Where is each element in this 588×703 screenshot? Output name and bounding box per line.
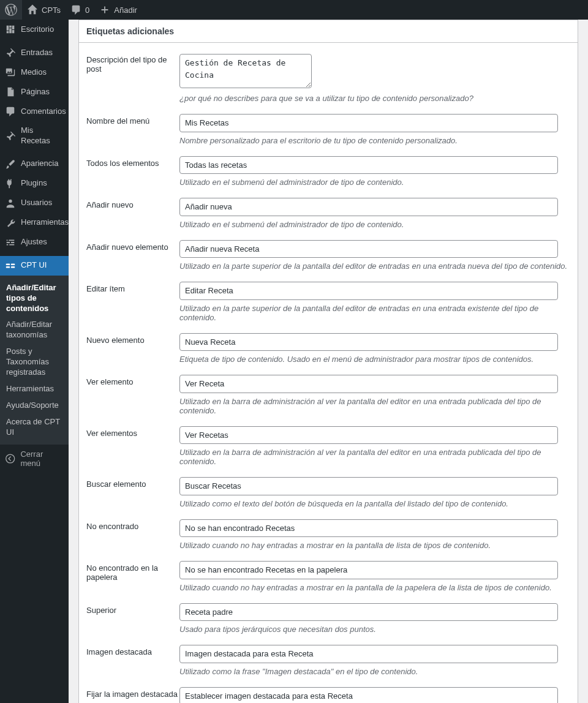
field-row-view_items: Ver elementosUtilizado en la barra de ad… [79,415,578,467]
sidebar-item-recetas[interactable]: Mis Recetas [0,121,69,151]
sidebar-item-dashboard[interactable]: Escritorio [0,20,69,39]
field-control: Etiqueta de tipo de contenido. Usado en … [179,333,570,364]
plus-icon [99,4,110,15]
field-label: Superior [86,603,179,615]
field-row-description: Descripción del tipo de post¿por qué no … [79,43,578,103]
sidebar-item-label: Herramientas [21,217,69,228]
site-name-link[interactable]: CPTs [22,0,66,20]
comment-icon [5,106,16,117]
field-description: Utilizado en la barra de administración … [179,397,570,415]
dashboard-icon [5,24,16,35]
sidebar-item-plugins[interactable]: Plugins [0,174,69,194]
field-row-set_featured_image: Fijar la imagen destacadaUtilizado como … [79,676,578,704]
collapse-menu-button[interactable]: Cerrar menú [0,445,69,473]
admin-sidebar: EscritorioEntradasMediosPáginasComentari… [0,20,69,703]
field-description: Utilizado en la parte superior de la pan… [179,304,570,322]
input-description[interactable] [179,54,312,88]
sidebar-subitem[interactable]: Ayuda/Soporte [0,397,69,414]
field-control: Nombre personalizado para el escritorio … [179,114,570,145]
field-row-view_item: Ver elementoUtilizado en la barra de adm… [79,364,578,415]
comments-link[interactable]: 0 [66,0,94,20]
input-not_found[interactable] [179,519,558,538]
input-set_featured_image[interactable] [179,687,558,704]
sidebar-item-pages[interactable]: Páginas [0,82,69,102]
field-control: Utilizado en el submenú del administrado… [179,198,570,229]
field-label: Ver elementos [86,426,179,438]
input-featured_image[interactable] [179,645,558,663]
sidebar-item-users[interactable]: Usuarios [0,194,69,213]
field-row-edit_item: Editar ítemUtilizado en la parte superio… [79,271,578,322]
page-icon [5,86,16,97]
sidebar-item-cptui[interactable]: CPT UI [0,256,69,276]
field-label: Nombre del menú [86,114,179,126]
sidebar-item-media[interactable]: Medios [0,62,69,82]
site-name: CPTs [42,6,61,15]
sidebar-item-tools[interactable]: Herramientas [0,213,69,233]
field-control: Utilizado como el texto del botón de bús… [179,477,570,508]
sidebar-subitem[interactable]: Acerca de CPT UI [0,414,69,441]
field-row-featured_image: Imagen destacadaUtilizado como la frase … [79,634,578,676]
sidebar-item-posts[interactable]: Entradas [0,43,69,62]
input-new_item[interactable] [179,333,558,352]
pin-icon [5,130,16,141]
sidebar-item-label: CPT UI [21,260,47,271]
field-label: Editar ítem [86,282,179,293]
content-area: Etiquetas adicionales Descripción del ti… [69,20,588,703]
sidebar-subitem[interactable]: Añadir/Editar tipos de contenidos [0,280,69,317]
admin-bar: CPTs 0 Añadir [0,0,588,20]
field-description: Utilizado como la frase "Imagen destacad… [179,667,570,676]
cptui-icon [5,260,16,271]
input-view_item[interactable] [179,375,558,393]
sidebar-subitem[interactable]: Herramientas [0,381,69,397]
input-parent[interactable] [179,603,558,622]
sidebar-menu: EscritorioEntradasMediosPáginasComentari… [0,20,69,276]
field-description: Nombre personalizado para el escritorio … [179,136,570,145]
field-label: No encontrado [86,519,179,531]
field-label: Buscar elemento [86,477,179,489]
field-label: Ver elemento [86,375,179,386]
collapse-label: Cerrar menú [20,449,64,468]
wp-logo[interactable] [0,0,22,20]
field-label: Añadir nuevo [86,198,179,209]
input-search_items[interactable] [179,477,558,495]
field-control: Utilizado en el submenú del administrado… [179,156,570,187]
comment-icon [70,4,81,15]
brush-icon [5,159,16,170]
input-menu_name[interactable] [179,114,558,132]
field-control: Utilizado como la frase "Establecer imag… [179,687,570,704]
sidebar-item-appearance[interactable]: Apariencia [0,154,69,174]
field-description: Etiqueta de tipo de contenido. Usado en … [179,355,570,364]
sidebar-item-comments[interactable]: Comentarios [0,102,69,121]
field-control: Utilizado en la barra de administración … [179,375,570,415]
sidebar-item-settings[interactable]: Ajustes [0,233,69,252]
field-row-menu_name: Nombre del menúNombre personalizado para… [79,103,578,145]
input-all_items[interactable] [179,156,558,175]
field-row-parent: SuperiorUsado para tipos jerárquicos que… [79,592,578,634]
input-add_new[interactable] [179,198,558,216]
users-icon [5,198,16,209]
sidebar-subitem[interactable]: Posts y Taxonomías registradas [0,344,69,381]
input-not_found_in_trash[interactable] [179,561,558,579]
new-label: Añadir [114,6,137,15]
new-content-link[interactable]: Añadir [94,0,142,20]
field-label: Nuevo elemento [86,333,179,345]
field-row-add_new: Añadir nuevoUtilizado en el submenú del … [79,187,578,229]
field-label: No encontrado en la papelera [86,561,179,582]
sliders-icon [5,237,16,248]
field-label: Descripción del tipo de post [86,54,179,73]
sidebar-item-label: Ajustes [21,237,47,247]
field-description: Utilizado en la parte superior de la pan… [179,261,570,271]
field-row-add_new_item: Añadir nuevo elementoUtilizado en la par… [79,229,578,271]
input-edit_item[interactable] [179,282,558,300]
sidebar-item-label: Medios [21,67,47,78]
field-row-not_found: No encontradoUtilizado cuando no hay ent… [79,508,578,551]
field-control: ¿por qué no describes para que se va a u… [179,54,570,103]
field-description: Utilizado cuando no hay entradas a mostr… [179,583,570,592]
sidebar-item-label: Usuarios [21,198,52,208]
input-add_new_item[interactable] [179,240,558,258]
sidebar-subitem[interactable]: Añadir/Editar taxonomías [0,317,69,344]
field-label: Añadir nuevo elemento [86,240,179,252]
sidebar-item-label: Plugins [21,178,47,189]
sidebar-item-label: Apariencia [21,159,58,169]
input-view_items[interactable] [179,426,558,445]
